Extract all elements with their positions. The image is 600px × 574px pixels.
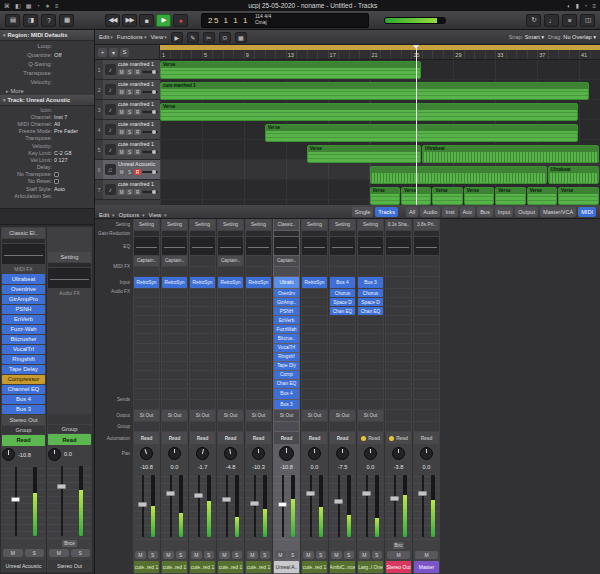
track-param-9-value[interactable] [54, 172, 92, 177]
audio-fx-slot[interactable] [134, 325, 159, 333]
record-enable-button[interactable]: R [134, 129, 141, 135]
fader-cap[interactable] [166, 491, 175, 496]
audio-fx-slot[interactable] [190, 344, 215, 352]
master-level-icon[interactable]: ≡ [562, 14, 577, 27]
channel-strip-4[interactable]: SettingCaptain..RetroSynSt OutRead-4.8MS… [217, 219, 244, 574]
solo-button[interactable]: S [126, 169, 133, 175]
filter-button-output[interactable]: Output [515, 207, 538, 217]
eq-thumbnail[interactable] [274, 237, 299, 255]
inspector-output-strip[interactable]: SettingAudio FXGroupRead0.0BnceMSStereo … [47, 227, 92, 572]
setting-button[interactable]: Setting [302, 219, 327, 230]
audio-fx-slot[interactable] [330, 316, 355, 324]
audio-fx-slot[interactable] [162, 344, 187, 352]
track-volume-slider[interactable] [142, 131, 158, 133]
pencil-tool-icon[interactable]: ✎ [187, 32, 199, 43]
fader-cap[interactable] [390, 496, 399, 501]
output-slot[interactable] [48, 414, 91, 424]
cycle-icon[interactable]: ↻ [526, 14, 541, 27]
setting-button[interactable]: Classic.. [274, 219, 299, 230]
audio-fx-slot[interactable] [246, 307, 271, 315]
track-header-7[interactable]: 7♪cute manfred 1MSR [95, 180, 160, 200]
channel-strip-9[interactable]: SettingBus 3ChorusSpace DChan EQSt OutRe… [357, 219, 384, 574]
input-slot[interactable] [386, 277, 411, 288]
solo-button[interactable]: S [260, 551, 271, 559]
audio-fx-slot[interactable]: Tape Dly [274, 362, 299, 370]
setting-button[interactable]: Setting [134, 219, 159, 230]
track-param-4[interactable]: Transpose: [0, 135, 94, 142]
automation-mode-button[interactable]: Read [274, 432, 299, 444]
clock-menu-icon[interactable]: ◔ [36, 3, 40, 9]
midi-region[interactable]: Verse [307, 145, 421, 163]
output-slot[interactable] [386, 410, 411, 421]
midi-region[interactable]: Verse [160, 103, 578, 121]
audio-fx-slot[interactable] [414, 307, 439, 315]
fader-cap[interactable] [418, 491, 427, 496]
fader-cap[interactable] [11, 497, 20, 502]
scissors-tool-icon[interactable]: ✂ [203, 32, 215, 43]
midi-fx-slot[interactable]: Captain.. [218, 256, 243, 266]
send-slot[interactable] [358, 389, 383, 399]
library-toggle-icon[interactable]: ▤ [5, 14, 20, 27]
track-inspector-header[interactable]: ▾ Track: Unreal Acoustic [0, 95, 94, 106]
send-slot[interactable] [162, 389, 187, 399]
region-param-1[interactable]: Quantize:Off [0, 50, 94, 59]
volume-fader[interactable] [48, 463, 91, 539]
checkbox[interactable] [54, 172, 59, 177]
strip-name[interactable]: Master [414, 561, 439, 573]
track-param-3-value[interactable]: Pre Fader [54, 128, 92, 134]
volume-slider-knob[interactable] [152, 170, 156, 174]
input-slot[interactable]: Bus 3 [358, 277, 383, 288]
record-enable-button[interactable]: R [134, 69, 141, 75]
region-param-1-value[interactable]: Off [54, 52, 92, 58]
send-slot[interactable] [302, 389, 327, 399]
audio-fx-slot[interactable] [218, 353, 243, 361]
midi-region[interactable]: Verse [432, 187, 462, 205]
automation-mode-button[interactable]: Read [48, 434, 91, 445]
audio-fx-slot[interactable] [414, 371, 439, 379]
strip-name[interactable]: Larg..l One [358, 561, 383, 573]
audio-fx-slot[interactable] [302, 344, 327, 352]
send-slot[interactable] [218, 400, 243, 410]
audio-fx-slot[interactable] [246, 289, 271, 297]
volume-value[interactable]: 0.0 [423, 464, 431, 470]
solo-button[interactable]: S [288, 551, 299, 559]
audio-fx-slot[interactable] [218, 289, 243, 297]
bounce-button[interactable]: Bnce [62, 540, 76, 547]
bounce-button[interactable]: Bnc [393, 542, 405, 549]
record-enable-button[interactable]: R [134, 189, 141, 195]
volume-slider-knob[interactable] [152, 150, 156, 154]
audio-fx-slot[interactable] [386, 334, 411, 342]
solo-button[interactable]: S [316, 551, 327, 559]
drag-menu[interactable]: Drag: No Overlap ▾ [548, 34, 596, 40]
volume-slider-knob[interactable] [152, 90, 156, 94]
audio-fx-slot[interactable] [162, 325, 187, 333]
filter-button-mastervca[interactable]: Master/VCA [540, 207, 576, 217]
volume-value[interactable]: -3.8 [394, 464, 404, 470]
midi-region[interactable]: cute manfred 1 [160, 82, 589, 100]
volume-fader[interactable] [358, 472, 383, 540]
mixer-menu-edit[interactable]: Edit ▾ [99, 212, 115, 218]
input-slot[interactable]: Bus 4 [330, 277, 355, 288]
pan-knob[interactable] [168, 447, 181, 460]
send-slot[interactable] [414, 389, 439, 399]
setting-button[interactable]: Setting [246, 219, 271, 230]
strip-name[interactable]: Stereo Out [386, 561, 411, 573]
audio-fx-slot[interactable]: PSNH [2, 305, 45, 314]
solo-button[interactable]: S [126, 189, 133, 195]
audio-fx-slot[interactable]: Channel EQ [2, 385, 45, 394]
region-param-0[interactable]: Loop: [0, 41, 94, 50]
filter-button-bus[interactable]: Bus [477, 207, 493, 217]
group-slot[interactable] [330, 422, 355, 431]
mute-button[interactable]: M [163, 551, 174, 559]
volume-fader[interactable] [190, 472, 215, 540]
audio-fx-slot[interactable] [386, 289, 411, 297]
region-param-4[interactable]: Velocity: [0, 77, 94, 86]
midi-region[interactable] [370, 166, 547, 184]
audio-fx-slot[interactable] [246, 298, 271, 306]
strip-name[interactable]: cute..red 1 [218, 561, 243, 573]
pan-knob[interactable] [308, 447, 321, 460]
setting-button[interactable]: Setting [218, 219, 243, 230]
audio-fx-slot[interactable] [218, 371, 243, 379]
audio-fx-slot[interactable]: Space D [330, 298, 355, 306]
group-slot[interactable] [218, 422, 243, 431]
